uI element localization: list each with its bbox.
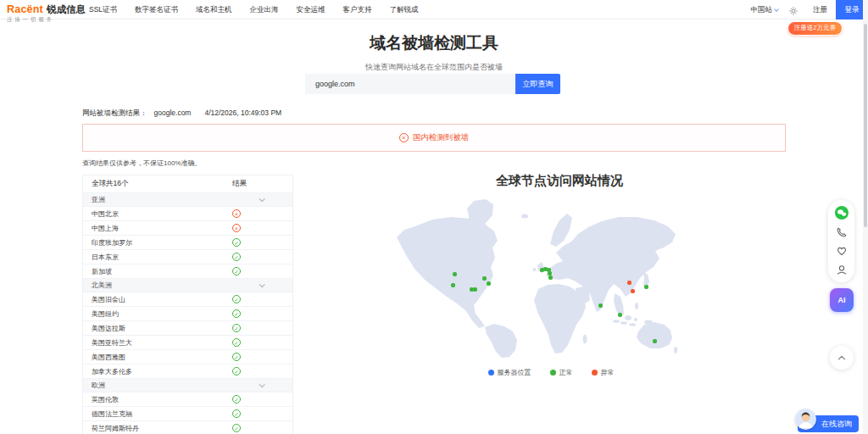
- table-row: 印度班加罗尔✓: [83, 236, 292, 250]
- nav-item-domain-hosting[interactable]: 域名和主机: [196, 5, 232, 15]
- nav-item-about[interactable]: 了解锐成: [390, 5, 419, 15]
- status-ok-icon: ✓: [232, 353, 241, 361]
- node-name: 美国西雅图: [83, 353, 125, 362]
- status-ok-icon: ✓: [232, 367, 241, 376]
- nav-item-ssl[interactable]: SSL证书: [89, 5, 117, 15]
- blocked-alert-text: 国内检测到被墙: [413, 132, 470, 143]
- ai-assistant-button[interactable]: AI: [830, 288, 854, 312]
- node-name: 美国纽约: [83, 309, 119, 319]
- status-ok-icon: ✓: [232, 338, 241, 347]
- node-name: 荷兰阿姆斯特丹: [83, 424, 139, 433]
- top-header: Racënt锐成信息 连接一切服务 SSL证书数字签名证书域名和主机企业出海安全…: [0, 0, 868, 19]
- phone-icon[interactable]: [835, 225, 849, 238]
- query-now-button[interactable]: 立即查询: [515, 74, 560, 94]
- table-section-europe[interactable]: 欧洲: [83, 379, 292, 392]
- floating-service-bar: [828, 200, 854, 282]
- disclaimer-text: 查询结果仅供参考，不保证100%准确。: [82, 159, 201, 168]
- status-ok-icon: ✓: [232, 409, 241, 418]
- legend-dot-abnormal: [592, 370, 598, 376]
- map-dot-san-francisco: [451, 283, 455, 287]
- logo[interactable]: Racënt锐成信息 连接一切服务: [7, 2, 86, 23]
- section-label: 北美洲: [83, 281, 112, 290]
- status-ok-icon: ✓: [232, 267, 241, 275]
- table-row: 美国达拉斯✓: [83, 321, 292, 336]
- consult-agent-avatar: [795, 409, 816, 430]
- nav-item-enterprise-global[interactable]: 企业出海: [250, 5, 279, 15]
- node-result-table: 全球共16个 结果 亚洲中国北京×中国上海×印度班加罗尔✓日本东京✓新加坡✓北美…: [82, 175, 293, 434]
- node-name: 德国法兰克福: [83, 409, 132, 419]
- table-row: 美国亚特兰大✓: [83, 336, 292, 350]
- brand-name-cn: 锐成信息: [47, 4, 86, 14]
- map-dot-bangalore: [598, 303, 603, 308]
- nav-item-security-ops[interactable]: 安全运维: [297, 5, 326, 15]
- status-blocked-icon: ×: [232, 209, 241, 218]
- node-name: 美国旧金山: [83, 295, 125, 304]
- status-ok-icon: ✓: [232, 295, 241, 303]
- status-ok-icon: ✓: [232, 309, 241, 318]
- table-section-asia[interactable]: 亚洲: [83, 193, 292, 207]
- status-ok-icon: ✓: [232, 424, 241, 432]
- wechat-icon[interactable]: [835, 206, 849, 220]
- table-row: 中国上海×: [83, 221, 292, 236]
- legend-label: 正常: [559, 368, 573, 377]
- brand-tagline: 连接一切服务: [7, 17, 86, 23]
- node-name: 日本东京: [83, 253, 119, 262]
- blocked-circle-x-icon: ×: [399, 133, 409, 142]
- node-name: 新加坡: [83, 267, 112, 276]
- map-dot-paris: [548, 275, 553, 280]
- map-dot-seattle: [453, 272, 457, 276]
- world-map: [390, 193, 712, 359]
- nav-item-support[interactable]: 客户支持: [343, 5, 372, 15]
- status-ok-icon: ✓: [232, 324, 241, 332]
- table-row: 英国伦敦✓: [83, 392, 292, 407]
- chevron-down-icon: [259, 381, 265, 387]
- node-name: 中国北京: [83, 209, 119, 219]
- table-row: 新加坡✓: [83, 264, 292, 279]
- table-section-north-america[interactable]: 北美洲: [83, 279, 292, 292]
- scrollbar-thumb[interactable]: [864, 24, 867, 227]
- table-row: 中国北京×: [83, 207, 292, 221]
- section-label: 欧洲: [83, 381, 105, 390]
- table-row: 德国法兰克福✓: [83, 407, 292, 421]
- register-link[interactable]: 注册: [813, 0, 827, 19]
- chevron-down-icon: [259, 196, 265, 202]
- legend-item-normal: 正常: [550, 368, 573, 377]
- section-label: 亚洲: [83, 195, 105, 204]
- node-name: 中国上海: [83, 224, 119, 233]
- scrollbar-track[interactable]: [863, 0, 868, 434]
- search-bar: 立即查询: [305, 74, 560, 94]
- online-consult-label: 在线咨询: [821, 419, 852, 430]
- map-dot-sydney: [653, 339, 657, 343]
- result-label: 网站被墙检测结果：: [82, 108, 147, 117]
- table-row: 日本东京✓: [83, 250, 292, 264]
- console-gear-icon[interactable]: [788, 4, 798, 19]
- nav-item-digital-sign[interactable]: 数字签名证书: [135, 5, 178, 15]
- ai-label: AI: [838, 296, 846, 304]
- result-table-body: 亚洲中国北京×中国上海×印度班加罗尔✓日本东京✓新加坡✓北美洲美国旧金山✓美国纽…: [83, 193, 292, 434]
- status-ok-icon: ✓: [232, 238, 241, 247]
- table-row: 美国西雅图✓: [83, 350, 292, 364]
- heart-care-icon[interactable]: [835, 244, 849, 258]
- map-title: 全球节点访问网站情况: [390, 173, 729, 189]
- main-nav: SSL证书数字签名证书域名和主机企业出海安全运维客户支持了解锐成: [89, 0, 419, 19]
- customer-service-icon[interactable]: [835, 263, 849, 276]
- table-row: 美国纽约✓: [83, 307, 292, 321]
- legend-dot-server: [488, 370, 494, 376]
- status-ok-icon: ✓: [232, 395, 241, 403]
- legend-dot-normal: [550, 370, 556, 376]
- site-selector-label: 中国站: [751, 5, 773, 15]
- map-dot-beijing: [627, 281, 632, 285]
- page-title: 域名被墙检测工具: [0, 32, 868, 54]
- legend-label: 服务器位置: [498, 368, 531, 377]
- map-dot-toronto: [482, 276, 487, 281]
- back-to-top-button[interactable]: [830, 346, 854, 370]
- legend-label: 异常: [601, 368, 615, 377]
- chevron-down-icon: [774, 7, 779, 12]
- domain-search-input[interactable]: [305, 74, 515, 94]
- result-meta: 网站被墙检测结果：google.com4/12/2026, 10:49:03 P…: [82, 108, 281, 119]
- brand-name: Racënt: [7, 3, 43, 15]
- promo-badge[interactable]: 注册送2万元券: [787, 21, 843, 36]
- legend-item-server: 服务器位置: [488, 368, 531, 377]
- node-name: 英国伦敦: [83, 395, 119, 404]
- site-selector[interactable]: 中国站: [751, 0, 779, 19]
